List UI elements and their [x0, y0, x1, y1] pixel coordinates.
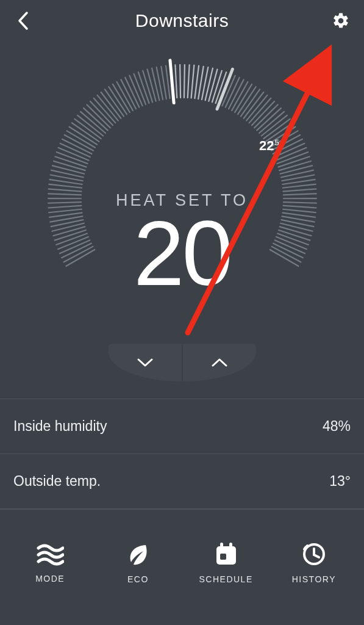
chevron-left-icon [17, 11, 29, 31]
svg-line-84 [259, 112, 284, 133]
outside-temp-row[interactable]: Outside temp. 13° [0, 454, 364, 509]
nav-schedule[interactable]: SCHEDULE [187, 541, 266, 584]
svg-rect-123 [229, 543, 232, 550]
svg-line-80 [249, 98, 271, 123]
svg-line-56 [165, 66, 170, 99]
temperature-adjust [109, 344, 256, 381]
svg-line-86 [263, 119, 290, 139]
svg-line-43 [109, 87, 127, 114]
svg-line-83 [257, 108, 281, 131]
svg-line-36 [84, 108, 108, 131]
gear-icon [332, 12, 350, 30]
svg-line-58 [175, 65, 177, 98]
page-title: Downstairs [135, 10, 229, 31]
svg-line-85 [261, 115, 287, 136]
svg-rect-122 [220, 543, 223, 550]
calendar-icon [214, 541, 238, 567]
svg-line-31 [69, 127, 97, 145]
svg-line-75 [235, 84, 252, 112]
svg-line-52 [147, 70, 155, 101]
svg-line-38 [90, 101, 112, 125]
row-value: 13° [329, 473, 351, 490]
svg-line-59 [180, 65, 180, 98]
svg-line-78 [243, 92, 263, 118]
svg-line-35 [80, 112, 105, 133]
temp-up-button[interactable] [183, 344, 256, 381]
svg-line-62 [191, 65, 194, 98]
svg-line-18 [49, 184, 82, 188]
svg-line-81 [251, 101, 274, 125]
header: Downstairs [0, 0, 364, 42]
svg-line-44 [112, 84, 129, 112]
svg-rect-124 [220, 554, 226, 560]
current-temp-label: 225 [259, 138, 279, 154]
thermostat-dial[interactable]: 225 HEAT SET TO 20 [0, 42, 364, 399]
inside-humidity-row[interactable]: Inside humidity 48% [0, 399, 364, 454]
chevron-down-icon [136, 357, 154, 368]
nav-mode[interactable]: MODE [10, 542, 90, 583]
chevron-up-icon [210, 357, 229, 368]
mode-icon [36, 542, 64, 566]
row-value: 48% [323, 418, 351, 435]
svg-line-22 [52, 165, 84, 173]
nav-history[interactable]: HISTORY [274, 541, 354, 584]
svg-line-61 [187, 65, 189, 98]
svg-line-63 [194, 66, 199, 99]
svg-line-97 [280, 165, 312, 173]
dial-center: HEAT SET TO 20 [73, 191, 292, 299]
nav-label: SCHEDULE [199, 574, 253, 584]
svg-line-37 [87, 104, 110, 128]
svg-line-32 [71, 123, 98, 142]
svg-line-77 [240, 89, 259, 116]
row-label: Outside temp. [13, 473, 101, 490]
svg-line-82 [254, 104, 277, 128]
svg-line-41 [101, 92, 121, 118]
svg-line-101 [282, 184, 315, 188]
svg-line-34 [77, 115, 102, 136]
svg-line-60 [184, 65, 184, 98]
info-rows: Inside humidity 48% Outside temp. 13° [0, 399, 364, 509]
row-label: Inside humidity [13, 418, 107, 435]
setpoint-value: 20 [73, 208, 292, 299]
settings-button[interactable] [329, 9, 353, 33]
temp-down-button[interactable] [109, 344, 182, 381]
svg-line-67 [209, 70, 217, 101]
history-icon [301, 541, 327, 567]
nav-label: MODE [35, 574, 65, 583]
nav-label: HISTORY [292, 574, 336, 584]
bottom-nav: MODE ECO SCHEDULE HISTORY [0, 509, 364, 615]
svg-line-40 [97, 95, 118, 121]
svg-line-39 [93, 98, 115, 123]
svg-line-57 [170, 60, 173, 103]
svg-line-76 [238, 87, 256, 114]
nav-label: ECO [127, 574, 149, 584]
nav-eco[interactable]: ECO [98, 541, 177, 584]
svg-line-42 [104, 89, 123, 116]
leaf-icon [125, 541, 151, 567]
svg-line-79 [246, 95, 267, 121]
back-button[interactable] [11, 9, 35, 33]
svg-line-33 [74, 119, 101, 139]
